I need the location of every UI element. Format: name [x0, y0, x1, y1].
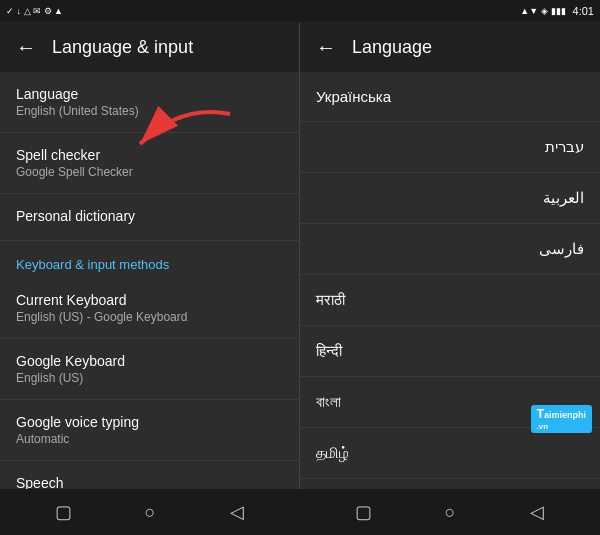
settings-item-title-dict: Personal dictionary [16, 208, 283, 224]
settings-item-speech[interactable]: Speech [0, 461, 299, 489]
nav-circle-right[interactable]: ○ [430, 492, 470, 532]
settings-item-google-keyboard[interactable]: Google Keyboard English (US) [0, 339, 299, 400]
settings-item-title-voice: Google voice typing [16, 414, 283, 430]
right-back-button[interactable]: ← [316, 37, 336, 57]
status-bar: ✓ ↓ △ ✉ ⚙ ▲ ▲▼ ◈ ▮▮▮ 4:01 [0, 0, 600, 22]
left-status-icons: ✓ ↓ △ ✉ ⚙ ▲ [6, 6, 63, 16]
right-app-bar: ← Language [300, 22, 600, 72]
watermark: Taimienphi .vn [531, 405, 592, 433]
language-item-tamil[interactable]: தமிழ் [300, 428, 600, 479]
settings-list: Language English (United States) Spell c… [0, 72, 299, 489]
left-app-bar: ← Language & input [0, 22, 299, 72]
right-panel-title: Language [352, 37, 432, 58]
section-header-keyboard: Keyboard & input methods [0, 241, 299, 278]
nav-bar: ▢ ○ ◁ ▢ ○ ◁ [0, 489, 600, 535]
settings-item-title-gkb: Google Keyboard [16, 353, 283, 369]
time-display: 4:01 [573, 5, 594, 17]
settings-item-title-language: Language [16, 86, 283, 102]
right-status-icons: ▲▼ ◈ ▮▮▮ 4:01 [520, 5, 594, 17]
language-item-hebrew[interactable]: עברית [300, 122, 600, 173]
settings-item-voice-typing[interactable]: Google voice typing Automatic [0, 400, 299, 461]
nav-square-right[interactable]: ▢ [343, 492, 383, 532]
section-header-text-keyboard: Keyboard & input methods [16, 257, 283, 272]
settings-item-title-speech: Speech [16, 475, 283, 489]
settings-item-subtitle-voice: Automatic [16, 432, 283, 446]
watermark-brand: aimienphi [544, 410, 586, 420]
settings-item-subtitle-spell: Google Spell Checker [16, 165, 283, 179]
nav-panel-right: ▢ ○ ◁ [300, 489, 600, 535]
language-item-arabic[interactable]: العربية [300, 173, 600, 224]
settings-item-personal-dict[interactable]: Personal dictionary [0, 194, 299, 241]
settings-item-subtitle-gkb: English (US) [16, 371, 283, 385]
settings-item-language[interactable]: Language English (United States) [0, 72, 299, 133]
watermark-t: T [537, 407, 544, 421]
settings-item-current-keyboard[interactable]: Current Keyboard English (US) - Google K… [0, 278, 299, 339]
settings-item-title-cur-kb: Current Keyboard [16, 292, 283, 308]
language-item-ukrainian[interactable]: Українська [300, 72, 600, 122]
panel-left: ← Language & input Language English (Uni… [0, 22, 300, 489]
nav-back-left[interactable]: ◁ [217, 492, 257, 532]
watermark-domain: .vn [537, 422, 549, 431]
settings-item-subtitle-language: English (United States) [16, 104, 283, 118]
status-bar-left: ✓ ↓ △ ✉ ⚙ ▲ [0, 0, 300, 22]
language-item-hindi[interactable]: हिन्दी [300, 326, 600, 377]
left-panel-title: Language & input [52, 37, 193, 58]
nav-back-right[interactable]: ◁ [517, 492, 557, 532]
nav-square-left[interactable]: ▢ [43, 492, 83, 532]
settings-item-subtitle-cur-kb: English (US) - Google Keyboard [16, 310, 283, 324]
nav-panel-left: ▢ ○ ◁ [0, 489, 300, 535]
settings-item-title-spell: Spell checker [16, 147, 283, 163]
settings-item-spell-checker[interactable]: Spell checker Google Spell Checker [0, 133, 299, 194]
nav-circle-left[interactable]: ○ [130, 492, 170, 532]
language-item-marathi[interactable]: मराठी [300, 275, 600, 326]
status-bar-right: ▲▼ ◈ ▮▮▮ 4:01 [300, 0, 600, 22]
battery-icon: ▮▮▮ [551, 6, 566, 16]
left-back-button[interactable]: ← [16, 37, 36, 57]
language-item-farsi[interactable]: فارسی [300, 224, 600, 275]
